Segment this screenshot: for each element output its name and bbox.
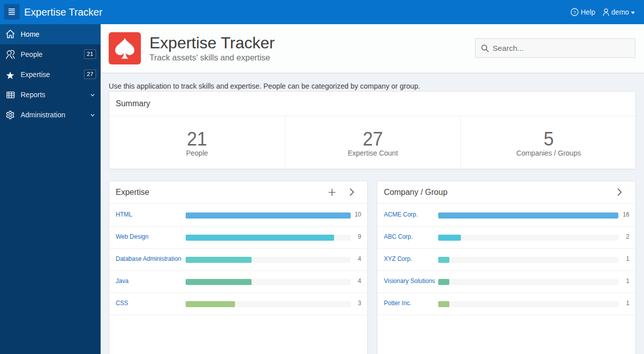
svg-text:?: ? [574,10,576,15]
